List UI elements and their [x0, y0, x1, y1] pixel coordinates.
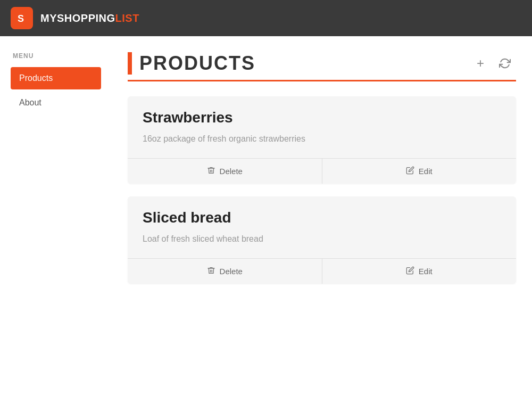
product-card-body: Strawberries 16oz package of fresh organ…	[128, 96, 516, 158]
delete-product-button[interactable]: Delete	[128, 159, 322, 184]
edit-product-button[interactable]: Edit	[322, 259, 517, 284]
brand-list: LIST	[115, 12, 139, 24]
refresh-button[interactable]	[494, 55, 516, 71]
add-product-button[interactable]: +	[471, 54, 489, 73]
svg-text:S: S	[18, 13, 24, 24]
main-content: PRODUCTS + Strawberries 16oz package of …	[112, 52, 532, 297]
trash-icon	[207, 166, 215, 176]
sidebar-item-about[interactable]: About	[11, 92, 101, 114]
edit-label: Edit	[419, 167, 433, 176]
logo-icon: S	[11, 7, 33, 29]
page-title: PRODUCTS	[139, 52, 467, 75]
page-title-bar: PRODUCTS +	[128, 52, 516, 81]
edit-product-button[interactable]: Edit	[322, 159, 517, 184]
product-description: Loaf of fresh sliced wheat bread	[143, 233, 501, 245]
product-description: 16oz package of fresh organic strawberri…	[143, 133, 501, 145]
product-card-actions: Delete Edit	[128, 158, 516, 184]
product-card: Strawberries 16oz package of fresh organ…	[128, 96, 516, 184]
sidebar: MENU Products About	[0, 52, 112, 297]
product-card: Sliced bread Loaf of fresh sliced wheat …	[128, 196, 516, 284]
delete-label: Delete	[220, 167, 243, 176]
menu-label: MENU	[11, 52, 101, 60]
delete-product-button[interactable]: Delete	[128, 259, 322, 284]
trash-icon	[207, 266, 215, 276]
edit-label: Edit	[419, 267, 433, 276]
app-header: S MYSHOPPINGLIST	[0, 0, 532, 36]
refresh-icon	[499, 57, 511, 69]
product-card-body: Sliced bread Loaf of fresh sliced wheat …	[128, 196, 516, 258]
product-name: Sliced bread	[143, 209, 501, 226]
sidebar-item-products[interactable]: Products	[11, 67, 101, 89]
delete-label: Delete	[220, 267, 243, 276]
edit-icon	[406, 166, 414, 176]
main-layout: MENU Products About PRODUCTS + Strawberr…	[0, 36, 532, 297]
product-name: Strawberries	[143, 109, 501, 126]
brand-name: MYSHOPPINGLIST	[40, 12, 139, 24]
brand-my: MY	[40, 12, 57, 24]
edit-icon	[406, 266, 414, 276]
title-accent	[128, 52, 132, 75]
product-card-actions: Delete Edit	[128, 258, 516, 284]
brand-shopping: SHOPPING	[57, 12, 115, 24]
